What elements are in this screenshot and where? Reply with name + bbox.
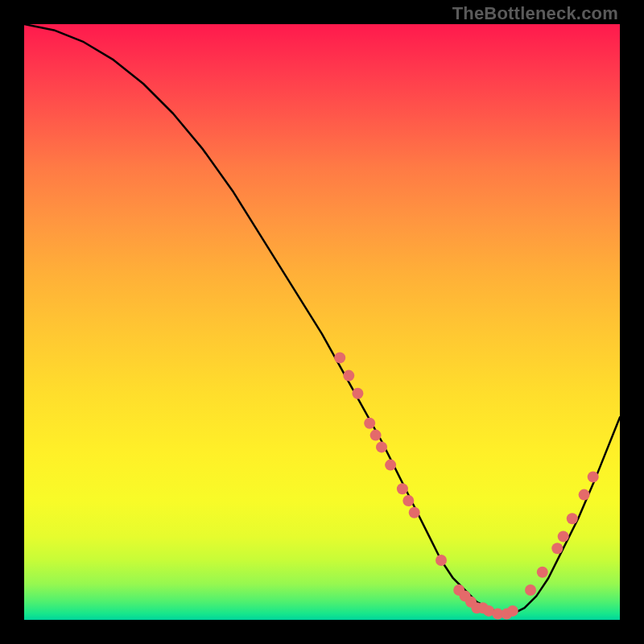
attribution-label: TheBottleneck.com xyxy=(452,3,618,24)
marker-dot xyxy=(352,388,363,399)
marker-dot xyxy=(402,495,414,506)
marker-dot xyxy=(397,483,408,494)
marker-dot xyxy=(343,370,354,382)
marker-dot xyxy=(364,418,375,429)
marker-dot xyxy=(376,441,387,452)
marker-group xyxy=(334,352,599,619)
marker-dot xyxy=(588,471,599,482)
marker-dot xyxy=(409,507,420,518)
marker-dot xyxy=(334,352,345,363)
marker-dot xyxy=(436,555,447,566)
chart-stage: TheBottleneck.com xyxy=(0,0,644,644)
plot-area xyxy=(24,24,620,620)
marker-dot xyxy=(558,530,569,542)
marker-dot xyxy=(507,605,518,617)
marker-dot xyxy=(537,567,548,578)
marker-dot xyxy=(567,513,578,524)
marker-dot xyxy=(551,543,563,554)
marker-dot xyxy=(525,584,536,596)
marker-dot xyxy=(385,460,396,471)
curve-svg xyxy=(24,24,620,620)
curve-line xyxy=(24,24,620,614)
marker-dot xyxy=(370,430,382,441)
marker-dot xyxy=(579,489,590,501)
